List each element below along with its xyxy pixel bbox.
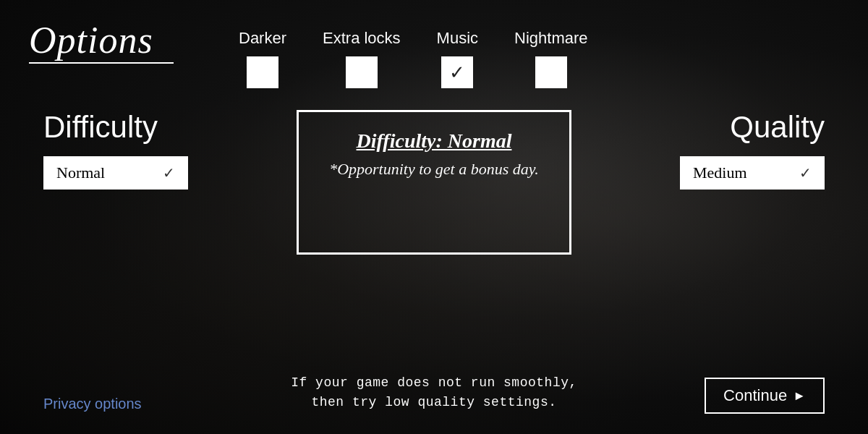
quality-dropdown[interactable]: Medium ✓ — [680, 156, 825, 190]
difficulty-selected: Normal — [56, 163, 105, 182]
difficulty-title: Difficulty — [43, 110, 158, 145]
toggle-darker-label: Darker — [239, 29, 286, 48]
info-box-subtitle: *Opportunity to get a bonus day. — [320, 160, 548, 179]
app-logo: Options — [29, 22, 174, 64]
toggle-nightmare: Nightmare — [514, 29, 587, 88]
continue-arrow-icon: ► — [793, 388, 806, 404]
toggles-container: Darker Extra locks Music ✓ Nightmare — [239, 22, 588, 88]
toggle-darker: Darker — [239, 29, 286, 88]
main-section: Difficulty Normal ✓ Difficulty: Normal *… — [0, 88, 868, 255]
privacy-options-link[interactable]: Privacy options — [43, 396, 142, 412]
toggle-extra-locks-label: Extra locks — [323, 29, 401, 48]
difficulty-chevron-icon: ✓ — [163, 164, 175, 182]
hint-text: If your game does not run smoothly, then… — [291, 373, 577, 412]
toggle-darker-checkbox[interactable] — [247, 56, 278, 88]
quality-section: Quality Medium ✓ — [665, 110, 825, 190]
continue-button[interactable]: Continue ► — [705, 378, 825, 414]
toggle-music-checkbox[interactable]: ✓ — [441, 56, 473, 88]
hint-line2: then try low quality settings. — [311, 395, 556, 409]
info-box-title: Difficulty: Normal — [320, 129, 548, 153]
header: Options Darker Extra locks Music ✓ Night… — [0, 0, 868, 88]
toggle-music-label: Music — [437, 29, 478, 48]
quality-chevron-icon: ✓ — [799, 164, 812, 182]
toggle-extra-locks: Extra locks — [323, 29, 401, 88]
quality-title: Quality — [730, 110, 825, 145]
toggle-nightmare-label: Nightmare — [514, 29, 587, 48]
difficulty-dropdown[interactable]: Normal ✓ — [43, 156, 188, 190]
continue-label: Continue — [723, 386, 787, 405]
hint-line1: If your game does not run smoothly, — [291, 375, 577, 390]
toggle-nightmare-checkbox[interactable] — [535, 56, 567, 88]
toggle-extra-locks-checkbox[interactable] — [346, 56, 378, 88]
quality-selected: Medium — [693, 163, 747, 182]
difficulty-section: Difficulty Normal ✓ — [43, 110, 203, 190]
toggle-music: Music ✓ — [437, 29, 478, 88]
info-box: Difficulty: Normal *Opportunity to get a… — [297, 110, 571, 255]
